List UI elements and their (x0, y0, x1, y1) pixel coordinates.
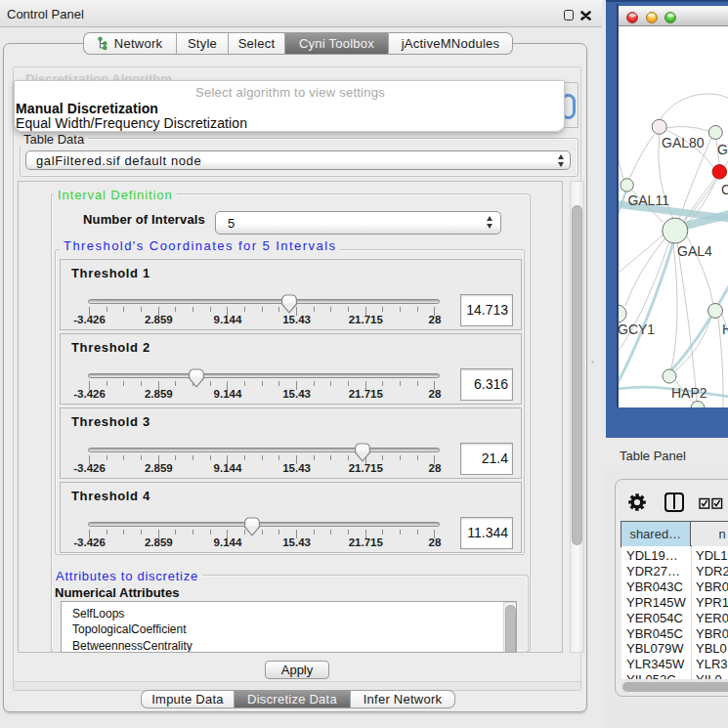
svg-text:HAP2: HAP2 (671, 385, 707, 401)
svg-text:GAL4: GAL4 (677, 243, 712, 259)
svg-text:C: C (721, 182, 728, 197)
svg-text:GCY1: GCY1 (619, 321, 655, 337)
svg-text:GA: GA (717, 142, 728, 157)
svg-text:GAL11: GAL11 (627, 193, 669, 208)
svg-text:H: H (722, 321, 728, 337)
svg-text:GAL80: GAL80 (662, 135, 705, 150)
